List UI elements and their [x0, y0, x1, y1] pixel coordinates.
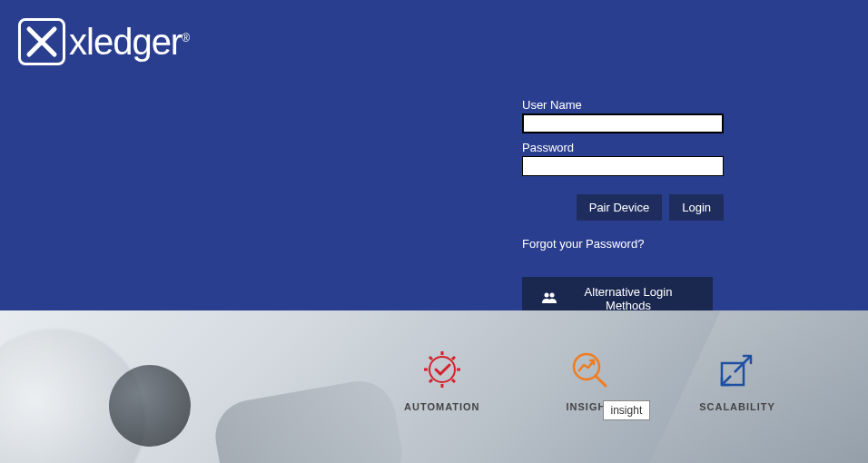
logo-mark-icon	[18, 18, 65, 65]
svg-point-2	[429, 357, 455, 382]
login-form: User Name Password Pair Device Login For…	[522, 98, 724, 320]
features-banner: AUTOMATION INSIGHT insight	[0, 310, 868, 463]
svg-point-0	[545, 292, 549, 297]
login-button[interactable]: Login	[669, 194, 724, 221]
brand-logo: xledger®	[18, 18, 189, 65]
forgot-password-link[interactable]: Forgot your Password?	[522, 237, 644, 251]
chart-magnifier-icon	[570, 350, 608, 389]
decorative-shape	[210, 376, 408, 463]
svg-point-1	[550, 292, 555, 297]
gear-check-icon	[423, 350, 461, 389]
users-icon	[542, 291, 557, 307]
expand-arrows-icon	[718, 350, 756, 389]
username-input[interactable]	[522, 113, 724, 133]
password-label: Password	[522, 141, 724, 154]
feature-insight[interactable]: INSIGHT insight	[567, 350, 614, 412]
feature-automation[interactable]: AUTOMATION	[404, 350, 480, 412]
login-panel: xledger® User Name Password Pair Device …	[0, 0, 868, 310]
feature-label: AUTOMATION	[404, 401, 480, 412]
feature-scalability[interactable]: SCALABILITY	[699, 350, 775, 412]
brand-name: xledger®	[69, 22, 189, 63]
login-button-row: Pair Device Login	[522, 194, 724, 221]
pair-device-button[interactable]: Pair Device	[577, 194, 662, 221]
decorative-shape	[109, 365, 191, 447]
username-label: User Name	[522, 98, 724, 112]
alternative-login-label: Alternative Login Methods	[564, 285, 693, 312]
feature-label: SCALABILITY	[699, 401, 775, 412]
features-row: AUTOMATION INSIGHT insight	[404, 350, 775, 412]
password-input[interactable]	[522, 156, 724, 176]
tooltip: insight	[603, 400, 651, 420]
